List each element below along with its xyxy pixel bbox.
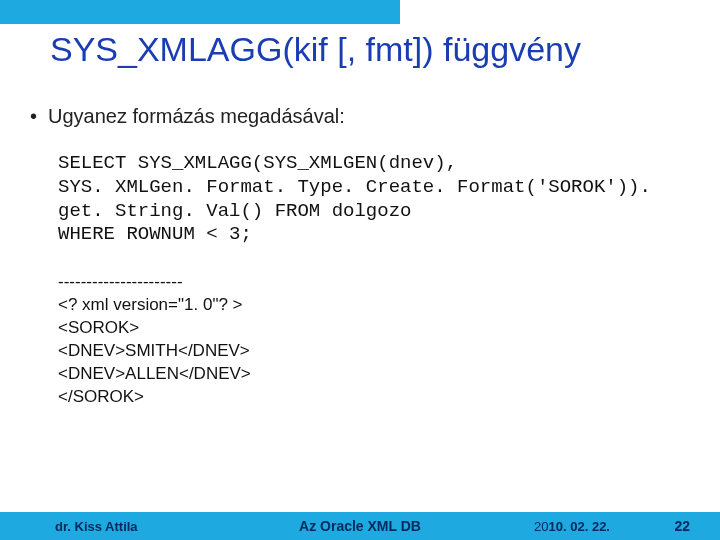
footer-bar: dr. Kiss Attila Az Oracle XML DB 2010. 0…	[0, 512, 720, 540]
output-line-5: </SOROK>	[58, 386, 680, 409]
slide-title: SYS_XMLAGG(kif [, fmt]) függvény	[50, 30, 680, 69]
output-rule: ----------------------	[58, 271, 680, 294]
bullet-text: Ugyanez formázás megadásával:	[48, 105, 345, 127]
footer-date-bold: 10. 02. 22.	[549, 519, 610, 534]
output-block: ---------------------- <? xml version="1…	[58, 271, 680, 409]
bullet-line: •Ugyanez formázás megadásával:	[30, 105, 680, 128]
footer-page-number: 22	[674, 518, 690, 534]
output-line-4: <DNEV>ALLEN</DNEV>	[58, 363, 680, 386]
footer-date-prefix: 20	[534, 519, 548, 534]
bullet-dot: •	[30, 105, 48, 128]
output-line-2: <SOROK>	[58, 317, 680, 340]
output-line-1: <? xml version="1. 0"? >	[58, 294, 680, 317]
slide-body: •Ugyanez formázás megadásával: SELECT SY…	[30, 105, 680, 409]
top-accent-bar	[0, 0, 400, 24]
footer-title: Az Oracle XML DB	[0, 518, 720, 534]
output-line-3: <DNEV>SMITH</DNEV>	[58, 340, 680, 363]
code-block: SELECT SYS_XMLAGG(SYS_XMLGEN(dnev), SYS.…	[58, 152, 680, 247]
footer-date: 2010. 02. 22.	[534, 519, 610, 534]
slide: SYS_XMLAGG(kif [, fmt]) függvény •Ugyane…	[0, 0, 720, 540]
